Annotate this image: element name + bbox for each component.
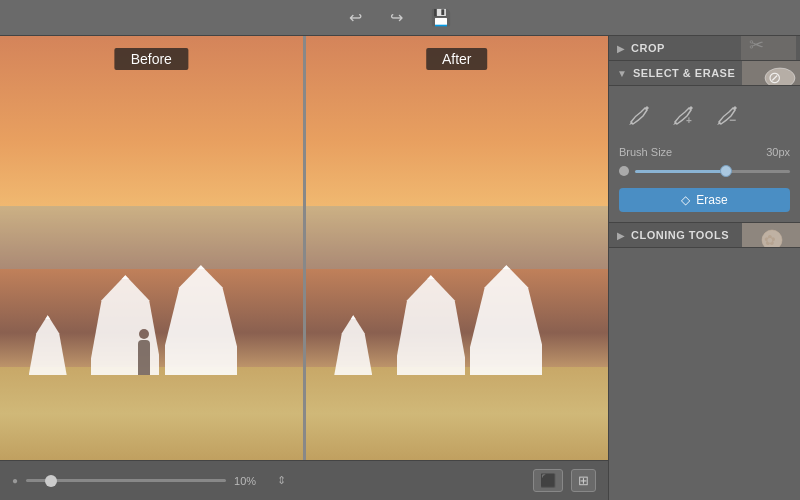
- tools-row: + −: [619, 96, 790, 132]
- after-image: [306, 36, 609, 460]
- cloning-thumb-container: ✿: [742, 223, 800, 247]
- after-dancer-3-head: [498, 207, 514, 223]
- bottom-icons: ⬛ ⊞: [533, 469, 596, 492]
- export-button[interactable]: ⬛: [533, 469, 563, 492]
- dancer-2-arm-r: [176, 201, 206, 261]
- svg-text:+: +: [686, 115, 692, 126]
- select-erase-section-header[interactable]: ▼ SELECT & ERASE ⊘: [609, 61, 800, 86]
- after-dancer-1-arm-r: [379, 269, 395, 306]
- zoom-value: 10%: [234, 475, 269, 487]
- after-dancer-2-body: [420, 233, 442, 279]
- dancer-1-arm-r: [74, 269, 90, 306]
- bg-figure-head: [139, 329, 149, 339]
- zoom-slider-container: ● 10% ⇕: [12, 474, 525, 487]
- select-erase-thumb-container: ⊘: [742, 61, 800, 85]
- after-dancers-group: [321, 57, 593, 375]
- select-brush-button[interactable]: [621, 96, 657, 132]
- dancer-1-dress: [29, 315, 67, 375]
- cloning-chevron: ▶: [617, 230, 625, 241]
- crop-thumb-svg: ✂: [741, 36, 796, 61]
- brush-size-value: 30px: [758, 146, 790, 158]
- dancer-3-arm-l: [109, 234, 143, 281]
- after-dancer-2-arm-l: [337, 250, 371, 290]
- after-dancer-2-arm-r: [482, 201, 512, 261]
- select-brush-icon: [627, 102, 651, 126]
- after-dancer-2-dress: [397, 275, 465, 375]
- crop-thumbnail: ✂: [741, 36, 796, 61]
- select-erase-thumb-svg: ⊘: [742, 61, 800, 85]
- panel-divider: [303, 36, 306, 460]
- background-figure: [138, 340, 150, 375]
- crop-chevron: ▶: [617, 43, 625, 54]
- redo-button[interactable]: ↪: [384, 4, 409, 31]
- cloning-section-title: CLONING TOOLS: [631, 229, 729, 241]
- after-dancer-2: [397, 275, 465, 375]
- dancer-2-body: [114, 233, 136, 279]
- zoom-slider[interactable]: [26, 479, 226, 482]
- dancer-3: [165, 265, 237, 375]
- zoom-stepper[interactable]: ⇕: [277, 474, 286, 487]
- select-erase-content: + − Brush Size 30px: [609, 86, 800, 223]
- after-stage-floor: [306, 367, 609, 460]
- dancer-1-head: [42, 279, 53, 290]
- main-area: Before: [0, 36, 800, 500]
- erase-button-label: Erase: [696, 193, 727, 207]
- before-image: [0, 36, 303, 460]
- before-label: Before: [115, 48, 188, 70]
- select-erase-chevron: ▼: [617, 68, 627, 79]
- crop-section-header[interactable]: ▶ CROP ✂: [609, 36, 800, 61]
- add-brush-button[interactable]: +: [665, 96, 701, 132]
- photo-area: Before: [0, 36, 608, 500]
- brush-slider-row: [619, 166, 790, 176]
- dancers-group: [15, 57, 287, 375]
- svg-text:✿: ✿: [764, 232, 776, 247]
- dancer-2-head: [117, 215, 133, 231]
- toolbar: ↩ ↪ 💾: [0, 0, 800, 36]
- crop-section-title: CROP: [631, 42, 665, 54]
- after-dancer-3: [470, 265, 542, 375]
- svg-text:✂: ✂: [749, 36, 764, 55]
- brush-dot: [619, 166, 629, 176]
- save-button[interactable]: 💾: [425, 4, 457, 31]
- dancer-3-arm-r: [252, 189, 290, 251]
- brush-size-label: Brush Size: [619, 146, 758, 158]
- dancer-3-dress: [165, 265, 237, 375]
- erase-icon: ◇: [681, 193, 690, 207]
- brush-size-row: Brush Size 30px: [619, 146, 790, 158]
- dancer-1-body: [41, 291, 55, 319]
- after-dancer-3-dress: [470, 265, 542, 375]
- dancer-3-head: [193, 207, 209, 223]
- stage-floor: [0, 367, 303, 460]
- bottom-bar: ● 10% ⇕ ⬛ ⊞: [0, 460, 608, 500]
- dancer-2-arm-l: [32, 250, 66, 290]
- after-dancer-3-arm-r: [558, 189, 596, 251]
- remove-brush-icon: −: [715, 102, 739, 126]
- undo-button[interactable]: ↩: [343, 4, 368, 31]
- after-dancer-1-arm-l: [306, 298, 318, 325]
- grid-button[interactable]: ⊞: [571, 469, 596, 492]
- svg-text:−: −: [729, 113, 736, 126]
- after-dancer-3-body: [495, 225, 517, 269]
- after-dancer-2-head: [423, 215, 439, 231]
- before-after-panels: Before: [0, 36, 608, 460]
- erase-button[interactable]: ◇ Erase: [619, 188, 790, 212]
- add-brush-icon: +: [671, 102, 695, 126]
- svg-text:⊘: ⊘: [768, 69, 781, 85]
- select-erase-section-title: SELECT & ERASE: [633, 67, 735, 79]
- bg-figure-body: [138, 340, 150, 375]
- after-label: After: [426, 48, 488, 70]
- right-panel: ▶ CROP ✂ ▼ SELECT & ERASE ⊘: [608, 36, 800, 500]
- zoom-min-icon: ●: [12, 475, 18, 486]
- after-dancer-1-dress: [334, 315, 372, 375]
- brush-size-slider[interactable]: [635, 170, 790, 173]
- dancer-1-arm-l: [0, 298, 12, 325]
- after-dancer-1-head: [348, 279, 359, 290]
- after-dancer-1-body: [346, 291, 360, 319]
- dancer-1: [29, 315, 67, 375]
- remove-brush-button[interactable]: −: [709, 96, 745, 132]
- cloning-thumb-svg: ✿: [742, 223, 800, 247]
- cloning-section-header[interactable]: ▶ CLONING TOOLS ✿: [609, 223, 800, 248]
- dancer-3-body: [190, 225, 212, 269]
- before-panel: Before: [0, 36, 303, 460]
- right-panel-spacer: [609, 248, 800, 500]
